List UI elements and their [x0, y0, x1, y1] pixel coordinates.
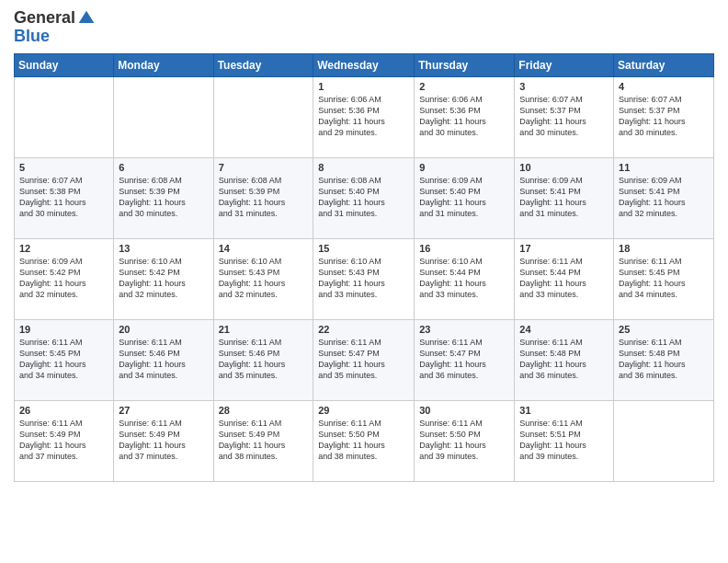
day-info: Sunrise: 6:11 AM Sunset: 5:45 PM Dayligh… — [19, 337, 108, 382]
weekday-header-thursday: Thursday — [415, 53, 515, 76]
logo-icon — [77, 9, 96, 28]
calendar-cell: 16Sunrise: 6:10 AM Sunset: 5:44 PM Dayli… — [415, 238, 515, 319]
svg-marker-0 — [79, 11, 95, 23]
day-info: Sunrise: 6:07 AM Sunset: 5:38 PM Dayligh… — [19, 175, 108, 220]
calendar-cell — [15, 76, 114, 157]
day-info: Sunrise: 6:11 AM Sunset: 5:48 PM Dayligh… — [519, 337, 609, 382]
calendar-cell: 20Sunrise: 6:11 AM Sunset: 5:46 PM Dayli… — [114, 319, 213, 400]
calendar-cell: 25Sunrise: 6:11 AM Sunset: 5:48 PM Dayli… — [614, 319, 714, 400]
day-info: Sunrise: 6:10 AM Sunset: 5:44 PM Dayligh… — [419, 256, 509, 301]
day-info: Sunrise: 6:11 AM Sunset: 5:47 PM Dayligh… — [318, 337, 409, 382]
calendar-cell: 3Sunrise: 6:07 AM Sunset: 5:37 PM Daylig… — [515, 76, 614, 157]
day-number: 9 — [419, 162, 509, 173]
day-number: 24 — [519, 324, 609, 335]
day-number: 1 — [318, 81, 409, 92]
day-number: 5 — [19, 162, 108, 173]
day-info: Sunrise: 6:07 AM Sunset: 5:37 PM Dayligh… — [619, 94, 709, 139]
day-info: Sunrise: 6:11 AM Sunset: 5:50 PM Dayligh… — [318, 418, 409, 463]
day-info: Sunrise: 6:10 AM Sunset: 5:43 PM Dayligh… — [219, 256, 309, 301]
day-number: 10 — [519, 162, 609, 173]
day-info: Sunrise: 6:11 AM Sunset: 5:46 PM Dayligh… — [219, 337, 309, 382]
day-info: Sunrise: 6:11 AM Sunset: 5:50 PM Dayligh… — [419, 418, 509, 463]
day-number: 14 — [219, 243, 309, 254]
day-info: Sunrise: 6:09 AM Sunset: 5:42 PM Dayligh… — [19, 256, 108, 301]
weekday-header-monday: Monday — [114, 53, 213, 76]
day-info: Sunrise: 6:11 AM Sunset: 5:48 PM Dayligh… — [619, 337, 709, 382]
day-info: Sunrise: 6:06 AM Sunset: 5:36 PM Dayligh… — [419, 94, 509, 139]
weekday-header-row: SundayMondayTuesdayWednesdayThursdayFrid… — [15, 53, 714, 76]
day-number: 29 — [318, 405, 409, 416]
calendar-cell: 27Sunrise: 6:11 AM Sunset: 5:49 PM Dayli… — [114, 400, 213, 481]
logo-general: General — [14, 9, 75, 28]
calendar-cell: 8Sunrise: 6:08 AM Sunset: 5:40 PM Daylig… — [313, 157, 415, 238]
logo-blue: Blue — [14, 28, 96, 46]
day-number: 4 — [619, 81, 709, 92]
day-number: 31 — [519, 405, 609, 416]
day-info: Sunrise: 6:11 AM Sunset: 5:46 PM Dayligh… — [119, 337, 208, 382]
calendar-cell: 31Sunrise: 6:11 AM Sunset: 5:51 PM Dayli… — [515, 400, 614, 481]
day-info: Sunrise: 6:08 AM Sunset: 5:40 PM Dayligh… — [318, 175, 409, 220]
calendar-cell: 22Sunrise: 6:11 AM Sunset: 5:47 PM Dayli… — [313, 319, 415, 400]
calendar-cell: 2Sunrise: 6:06 AM Sunset: 5:36 PM Daylig… — [415, 76, 515, 157]
day-number: 21 — [219, 324, 309, 335]
day-info: Sunrise: 6:06 AM Sunset: 5:36 PM Dayligh… — [318, 94, 409, 139]
calendar-cell: 9Sunrise: 6:09 AM Sunset: 5:40 PM Daylig… — [415, 157, 515, 238]
day-number: 20 — [119, 324, 208, 335]
day-number: 23 — [419, 324, 509, 335]
calendar-cell — [614, 400, 714, 481]
week-row-3: 12Sunrise: 6:09 AM Sunset: 5:42 PM Dayli… — [15, 238, 714, 319]
day-number: 27 — [119, 405, 208, 416]
day-number: 15 — [318, 243, 409, 254]
day-number: 26 — [19, 405, 108, 416]
calendar-cell: 30Sunrise: 6:11 AM Sunset: 5:50 PM Dayli… — [415, 400, 515, 481]
calendar-cell: 29Sunrise: 6:11 AM Sunset: 5:50 PM Dayli… — [313, 400, 415, 481]
weekday-header-friday: Friday — [515, 53, 614, 76]
calendar-cell: 6Sunrise: 6:08 AM Sunset: 5:39 PM Daylig… — [114, 157, 213, 238]
page: General Blue SundayMondayTuesdayWednesda… — [0, 0, 728, 563]
day-info: Sunrise: 6:08 AM Sunset: 5:39 PM Dayligh… — [219, 175, 309, 220]
weekday-header-sunday: Sunday — [15, 53, 114, 76]
calendar-cell — [114, 76, 213, 157]
day-info: Sunrise: 6:10 AM Sunset: 5:43 PM Dayligh… — [318, 256, 409, 301]
calendar-cell: 13Sunrise: 6:10 AM Sunset: 5:42 PM Dayli… — [114, 238, 213, 319]
day-number: 30 — [419, 405, 509, 416]
calendar-cell: 26Sunrise: 6:11 AM Sunset: 5:49 PM Dayli… — [15, 400, 114, 481]
day-info: Sunrise: 6:11 AM Sunset: 5:49 PM Dayligh… — [19, 418, 108, 463]
calendar-cell: 14Sunrise: 6:10 AM Sunset: 5:43 PM Dayli… — [213, 238, 313, 319]
header: General Blue — [14, 9, 714, 46]
day-number: 3 — [519, 81, 609, 92]
calendar-cell: 12Sunrise: 6:09 AM Sunset: 5:42 PM Dayli… — [15, 238, 114, 319]
weekday-header-saturday: Saturday — [614, 53, 714, 76]
day-number: 8 — [318, 162, 409, 173]
day-info: Sunrise: 6:11 AM Sunset: 5:51 PM Dayligh… — [519, 418, 609, 463]
day-number: 6 — [119, 162, 208, 173]
calendar-cell: 19Sunrise: 6:11 AM Sunset: 5:45 PM Dayli… — [15, 319, 114, 400]
calendar-cell: 23Sunrise: 6:11 AM Sunset: 5:47 PM Dayli… — [415, 319, 515, 400]
week-row-1: 1Sunrise: 6:06 AM Sunset: 5:36 PM Daylig… — [15, 76, 714, 157]
calendar-cell: 28Sunrise: 6:11 AM Sunset: 5:49 PM Dayli… — [213, 400, 313, 481]
day-info: Sunrise: 6:11 AM Sunset: 5:45 PM Dayligh… — [619, 256, 709, 301]
calendar-cell: 10Sunrise: 6:09 AM Sunset: 5:41 PM Dayli… — [515, 157, 614, 238]
calendar-cell: 11Sunrise: 6:09 AM Sunset: 5:41 PM Dayli… — [614, 157, 714, 238]
day-info: Sunrise: 6:10 AM Sunset: 5:42 PM Dayligh… — [119, 256, 208, 301]
day-info: Sunrise: 6:11 AM Sunset: 5:49 PM Dayligh… — [119, 418, 208, 463]
day-info: Sunrise: 6:11 AM Sunset: 5:44 PM Dayligh… — [519, 256, 609, 301]
calendar-cell: 24Sunrise: 6:11 AM Sunset: 5:48 PM Dayli… — [515, 319, 614, 400]
day-info: Sunrise: 6:08 AM Sunset: 5:39 PM Dayligh… — [119, 175, 208, 220]
calendar-cell: 4Sunrise: 6:07 AM Sunset: 5:37 PM Daylig… — [614, 76, 714, 157]
calendar-cell: 21Sunrise: 6:11 AM Sunset: 5:46 PM Dayli… — [213, 319, 313, 400]
day-number: 28 — [219, 405, 309, 416]
day-number: 12 — [19, 243, 108, 254]
day-info: Sunrise: 6:09 AM Sunset: 5:41 PM Dayligh… — [519, 175, 609, 220]
day-number: 18 — [619, 243, 709, 254]
day-info: Sunrise: 6:07 AM Sunset: 5:37 PM Dayligh… — [519, 94, 609, 139]
calendar-cell: 18Sunrise: 6:11 AM Sunset: 5:45 PM Dayli… — [614, 238, 714, 319]
calendar-cell: 17Sunrise: 6:11 AM Sunset: 5:44 PM Dayli… — [515, 238, 614, 319]
day-number: 7 — [219, 162, 309, 173]
day-number: 25 — [619, 324, 709, 335]
calendar: SundayMondayTuesdayWednesdayThursdayFrid… — [14, 53, 714, 482]
week-row-4: 19Sunrise: 6:11 AM Sunset: 5:45 PM Dayli… — [15, 319, 714, 400]
day-number: 19 — [19, 324, 108, 335]
calendar-cell: 7Sunrise: 6:08 AM Sunset: 5:39 PM Daylig… — [213, 157, 313, 238]
calendar-cell: 1Sunrise: 6:06 AM Sunset: 5:36 PM Daylig… — [313, 76, 415, 157]
